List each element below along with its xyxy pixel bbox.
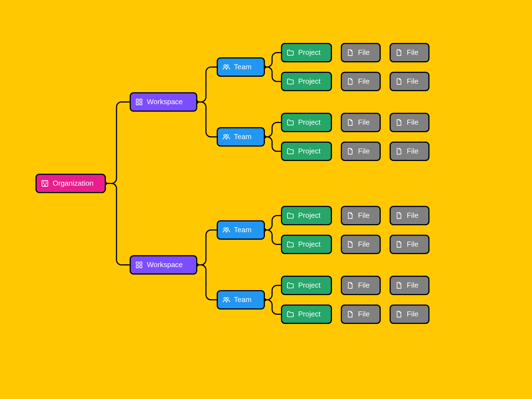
workspace-node: Workspace xyxy=(130,256,197,274)
file-node-label: File xyxy=(358,147,370,155)
team-node-label: Team xyxy=(234,226,252,234)
file-node-label: File xyxy=(407,281,418,289)
team-node-label: Team xyxy=(234,295,252,304)
project-node: Project xyxy=(282,206,331,225)
project-node-label: Project xyxy=(298,211,321,219)
team-node-label: Team xyxy=(234,132,252,141)
organization-node: Organization xyxy=(36,174,105,193)
file-node-label: File xyxy=(358,310,370,318)
project-node: Project xyxy=(282,276,331,295)
project-node-label: Project xyxy=(298,240,321,248)
file-node: File xyxy=(341,276,380,295)
file-node-label: File xyxy=(358,118,370,126)
file-node-label: File xyxy=(358,211,370,219)
file-node-label: File xyxy=(407,48,418,57)
project-node-label: Project xyxy=(298,118,321,126)
file-node-label: File xyxy=(407,147,418,155)
file-node: File xyxy=(341,72,380,91)
project-node-label: Project xyxy=(298,48,321,57)
file-node: File xyxy=(390,206,429,225)
project-node-label: Project xyxy=(298,281,321,289)
workspace-node-label: Workspace xyxy=(147,98,183,106)
workspace-node: Workspace xyxy=(130,93,197,111)
file-node: File xyxy=(390,113,429,132)
team-node: Team xyxy=(217,128,264,146)
project-node: Project xyxy=(282,235,331,254)
file-node-label: File xyxy=(407,118,418,126)
file-node: File xyxy=(341,44,380,62)
file-node-label: File xyxy=(407,240,418,248)
file-node-label: File xyxy=(407,77,418,85)
file-node: File xyxy=(390,276,429,295)
file-node: File xyxy=(390,235,429,254)
project-node: Project xyxy=(282,142,331,160)
project-node: Project xyxy=(282,72,331,91)
file-node: File xyxy=(341,235,380,254)
team-node: Team xyxy=(217,291,264,309)
connectors xyxy=(103,53,282,314)
workspace-node-label: Workspace xyxy=(147,260,183,269)
file-node: File xyxy=(390,142,429,160)
project-node-label: Project xyxy=(298,147,321,155)
team-node: Team xyxy=(217,221,264,239)
file-node-label: File xyxy=(407,211,418,219)
file-node: File xyxy=(390,72,429,91)
team-node: Team xyxy=(217,58,264,76)
project-node: Project xyxy=(282,305,331,323)
file-node-label: File xyxy=(358,281,370,289)
file-node: File xyxy=(390,44,429,62)
organization-node-label: Organization xyxy=(53,179,93,187)
file-node: File xyxy=(341,142,380,160)
file-node-label: File xyxy=(358,240,370,248)
project-node: Project xyxy=(282,113,331,132)
team-node-label: Team xyxy=(234,63,252,71)
hierarchy-diagram: OrganizationWorkspaceTeamProjectFileFile… xyxy=(0,0,532,399)
project-node: Project xyxy=(282,44,331,62)
file-node: File xyxy=(390,305,429,323)
file-node: File xyxy=(341,305,380,323)
project-node-label: Project xyxy=(298,310,321,318)
file-node-label: File xyxy=(358,77,370,85)
file-node-label: File xyxy=(407,310,418,318)
file-node-label: File xyxy=(358,48,370,57)
file-node: File xyxy=(341,113,380,132)
project-node-label: Project xyxy=(298,77,321,85)
file-node: File xyxy=(341,206,380,225)
